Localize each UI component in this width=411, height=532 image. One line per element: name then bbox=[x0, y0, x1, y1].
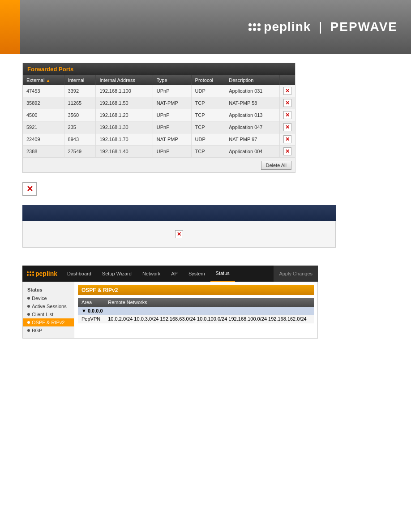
forwarded-ports-section: Forwarded Ports External ▲ Internal Inte… bbox=[22, 63, 389, 196]
cell-type: UPnP bbox=[153, 85, 191, 97]
nav-item-status[interactable]: Status bbox=[210, 266, 235, 282]
nav-item-dashboard[interactable]: Dashboard bbox=[62, 266, 97, 282]
row-delete-button[interactable]: ✕ bbox=[283, 135, 291, 143]
cell-external: 35892 bbox=[23, 97, 64, 109]
nav-item-setup-wizard[interactable]: Setup Wizard bbox=[97, 266, 137, 282]
col-type: Type bbox=[153, 75, 191, 85]
cell-internal: 235 bbox=[64, 121, 96, 133]
page-header: peplink | PEPWAVE bbox=[0, 0, 411, 54]
logo-dots bbox=[248, 23, 261, 31]
logo-dot bbox=[248, 23, 252, 26]
nav-item-network[interactable]: Network bbox=[137, 266, 166, 282]
peplink-text: peplink bbox=[264, 20, 311, 34]
logo-dot bbox=[248, 28, 252, 31]
ospf-pepvpn-networks: 10.0.2.0/24 10.0.3.0/24 192.168.63.0/24 … bbox=[104, 315, 314, 323]
cell-action: ✕ bbox=[280, 85, 295, 97]
row-delete-icon: ✕ bbox=[285, 136, 290, 142]
nav-logo-dot bbox=[30, 271, 31, 273]
cell-description: Application 047 bbox=[225, 121, 280, 133]
section2-delete-icon: ✕ bbox=[177, 231, 181, 237]
row-delete-button[interactable]: ✕ bbox=[283, 99, 291, 107]
sidebar-item-ospf[interactable]: OSPF & RIPv2 bbox=[23, 318, 74, 326]
sidebar-bullet-bgp bbox=[27, 329, 30, 332]
section2-delete-button[interactable]: ✕ bbox=[175, 230, 183, 238]
cell-internal-address: 192.168.1.40 bbox=[96, 146, 153, 158]
cell-internal-address: 192.168.1.50 bbox=[96, 97, 153, 109]
cell-protocol: TCP bbox=[191, 121, 225, 133]
row-delete-icon: ✕ bbox=[285, 100, 290, 106]
cell-external: 22409 bbox=[23, 133, 64, 146]
cell-type: NAT-PMP bbox=[153, 97, 191, 109]
nav-logo-dot bbox=[27, 274, 29, 276]
cell-description: NAT-PMP 97 bbox=[225, 133, 280, 146]
sidebar-item-device[interactable]: Device bbox=[23, 294, 74, 302]
delete-all-button[interactable]: Delete All bbox=[261, 161, 291, 170]
table-row: 22409 8943 192.168.1.70 NAT-PMP UDP NAT-… bbox=[23, 133, 295, 146]
cell-description: Application 004 bbox=[225, 146, 280, 158]
cell-protocol: TCP bbox=[191, 109, 225, 121]
col-internal: Internal bbox=[64, 75, 96, 85]
ospf-header-row: Area Remote Networks bbox=[78, 298, 314, 307]
pepwave-text: PEPWAVE bbox=[330, 20, 398, 34]
row-delete-button[interactable]: ✕ bbox=[283, 147, 291, 155]
nav-item-system[interactable]: System bbox=[183, 266, 210, 282]
sidebar-bullet-client-list bbox=[27, 313, 30, 316]
dark-section: ✕ bbox=[22, 205, 336, 248]
nav-logo-dot bbox=[32, 274, 34, 276]
cell-action: ✕ bbox=[280, 146, 295, 158]
cell-internal: 3392 bbox=[64, 85, 96, 97]
nav-items: Dashboard Setup Wizard Network AP System… bbox=[62, 266, 318, 282]
sort-arrow-icon: ▲ bbox=[46, 78, 50, 83]
logo-area: peplink | PEPWAVE bbox=[248, 20, 398, 34]
main-content: Forwarded Ports External ▲ Internal Inte… bbox=[0, 54, 411, 348]
cell-protocol: UDP bbox=[191, 85, 225, 97]
sidebar-label-device: Device bbox=[32, 296, 47, 301]
col-internal-address: Internal Address bbox=[96, 75, 153, 85]
nav-logo-dot bbox=[27, 271, 29, 273]
nav-logo-text: peplink bbox=[35, 270, 57, 277]
cell-internal: 3560 bbox=[64, 109, 96, 121]
bottom-x-container: ✕ bbox=[22, 177, 389, 196]
cell-external: 4500 bbox=[23, 109, 64, 121]
sidebar-bullet-device bbox=[27, 297, 30, 300]
row-delete-icon: ✕ bbox=[285, 148, 290, 154]
cell-action: ✕ bbox=[280, 97, 295, 109]
logo-divider: | bbox=[319, 20, 322, 34]
content-area: OSPF & RIPv2 Area Remote Networks ▼ 0.0.… bbox=[74, 282, 317, 338]
cell-type: UPnP bbox=[153, 109, 191, 121]
apply-changes-button[interactable]: Apply Changes bbox=[274, 266, 318, 282]
bottom-delete-icon: ✕ bbox=[26, 184, 33, 194]
header-accent bbox=[0, 0, 20, 54]
nav-bar: peplink Dashboard Setup Wizard Network A… bbox=[22, 266, 318, 282]
cell-description: Application 013 bbox=[225, 109, 280, 121]
col-external: External ▲ bbox=[23, 75, 64, 85]
cell-internal-address: 192.168.1.30 bbox=[96, 121, 153, 133]
table-row: 35892 11265 192.168.1.50 NAT-PMP TCP NAT… bbox=[23, 97, 295, 109]
ospf-area-cell: ▼ 0.0.0.0 bbox=[78, 307, 314, 315]
col-description: Description bbox=[225, 75, 280, 85]
sidebar-item-bgp[interactable]: BGP bbox=[23, 326, 74, 335]
sidebar-item-active-sessions[interactable]: Active Sessions bbox=[23, 302, 74, 310]
table-row: 47453 3392 192.168.1.100 UPnP UDP Applic… bbox=[23, 85, 295, 97]
sidebar-item-client-list[interactable]: Client List bbox=[23, 310, 74, 318]
cell-action: ✕ bbox=[280, 133, 295, 146]
sidebar-label-ospf: OSPF & RIPv2 bbox=[32, 320, 64, 325]
nav-logo-dot bbox=[32, 271, 34, 273]
ospf-pepvpn-name: PepVPN bbox=[78, 315, 104, 323]
forwarded-ports-table-container: Forwarded Ports External ▲ Internal Inte… bbox=[22, 63, 295, 173]
table-row: 5921 235 192.168.1.30 UPnP TCP Applicati… bbox=[23, 121, 295, 133]
table-row: 4500 3560 192.168.1.20 UPnP TCP Applicat… bbox=[23, 109, 295, 121]
nav-logo: peplink bbox=[22, 268, 62, 279]
col-action bbox=[280, 75, 295, 85]
nav-item-ap[interactable]: AP bbox=[166, 266, 183, 282]
row-delete-button[interactable]: ✕ bbox=[283, 111, 291, 119]
cell-action: ✕ bbox=[280, 109, 295, 121]
section3-body: Status Device Active Sessions Client Lis… bbox=[22, 282, 318, 339]
bottom-delete-button[interactable]: ✕ bbox=[22, 182, 37, 196]
sidebar-bullet-ospf bbox=[27, 321, 30, 324]
row-delete-button[interactable]: ✕ bbox=[283, 87, 291, 95]
row-delete-button[interactable]: ✕ bbox=[283, 123, 291, 131]
bottom-ui-section: peplink Dashboard Setup Wizard Network A… bbox=[22, 266, 318, 339]
sidebar-label-client-list: Client List bbox=[32, 312, 53, 317]
table-row: 2388 27549 192.168.1.40 UPnP TCP Applica… bbox=[23, 146, 295, 158]
